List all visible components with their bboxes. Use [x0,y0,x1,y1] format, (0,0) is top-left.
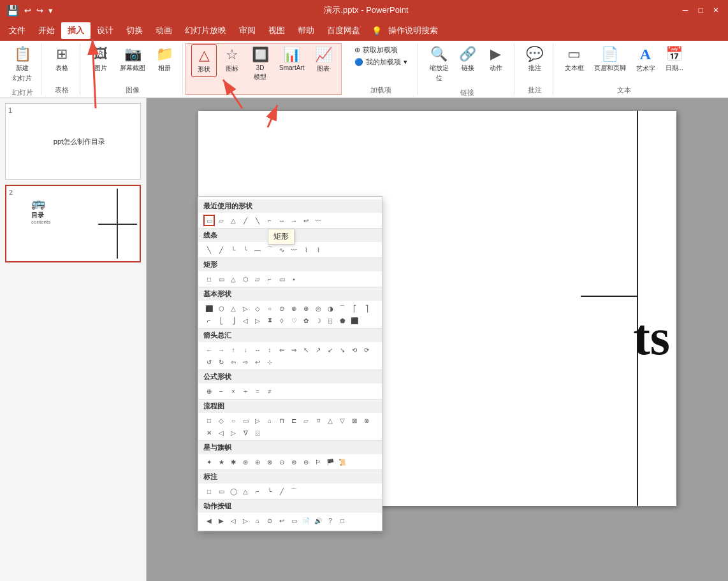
callout-rounded[interactable]: ▭ [215,485,227,497]
flow-x1[interactable]: ⊠ [349,415,360,426]
action-end[interactable]: ⊙ [264,515,275,526]
flag-black[interactable]: 🏴 [324,456,336,468]
arr-d[interactable]: ↓ [240,344,251,355]
shape-arrow-back[interactable]: ↩ [300,215,312,226]
action-doc[interactable]: 📄 [300,515,312,526]
ribbon-btn-icons[interactable]: ☆ 图标 [219,44,245,76]
arr-r[interactable]: → [215,344,227,355]
action-movie[interactable]: ▭ [288,515,300,526]
basic-arc[interactable]: ⌒ [337,303,348,314]
flow-la[interactable]: ◁ [215,427,227,438]
basic-halfcircle[interactable]: ◑ [324,303,336,314]
action-fwd[interactable]: ▶ [215,515,227,526]
slide-thumb-2[interactable]: 2 🚌 目录 contents [5,185,141,262]
basic-pluscircle[interactable]: ⊕ [300,303,312,314]
flag-white[interactable]: 🏳 [312,456,324,468]
star-7[interactable]: ⊛ [240,456,251,468]
formula-neq[interactable]: ≠ [264,385,275,397]
formula-div[interactable]: ÷ [240,385,251,397]
star-6[interactable]: ✱ [228,456,239,468]
ribbon-btn-new-slide[interactable]: 📋 新建 幻灯片 [9,43,36,85]
shape-rectangle[interactable]: ▭ [203,215,215,226]
ribbon-btn-smartart[interactable]: 📊 SmartArt [275,44,308,74]
rect-small[interactable]: ▪ [288,273,300,285]
ribbon-btn-album[interactable]: 📁 相册 [152,43,177,75]
minimize-icon[interactable]: ─ [680,4,691,16]
arr-dl[interactable]: ⇐ [276,344,288,355]
menu-transitions[interactable]: 切换 [120,22,149,39]
shape-line1[interactable]: ╱ [240,215,251,226]
ribbon-btn-chart[interactable]: 📈 图表 [310,44,336,76]
shape-parallelogram[interactable]: ▱ [215,215,227,226]
ribbon-btn-textbox[interactable]: ▭ 文本框 [561,43,588,75]
shape-bracket[interactable]: ⌐ [264,215,275,226]
line-wave[interactable]: ∿ [276,244,288,255]
arr-ccw[interactable]: ⟲ [349,344,360,355]
line-curve[interactable]: ╰ [240,244,251,255]
arr-ul[interactable]: ↖ [300,344,312,355]
action-return[interactable]: ↩ [276,515,288,526]
flow-prep[interactable]: ⊓ [276,415,288,426]
menu-review[interactable]: 审阅 [233,22,262,39]
star-12[interactable]: ⊙ [276,456,288,468]
basic-rtri[interactable]: ▷ [240,303,251,314]
formula-plus[interactable]: ⊕ [203,385,215,397]
flow-inv-tri[interactable]: ▽ [337,415,348,426]
ribbon-btn-date[interactable]: 📅 日期... [662,43,687,75]
undo-icon[interactable]: ↩ [24,6,31,15]
basic-lozenge[interactable]: ◊ [276,315,288,326]
action-last[interactable]: ▷ [240,515,251,526]
menu-home[interactable]: 开始 [32,22,61,39]
callout-corner[interactable]: ⌐ [252,485,263,497]
star-10[interactable]: ⊗ [264,456,275,468]
ribbon-btn-zoom[interactable]: 🔍 缩放定 位 [426,43,453,85]
basic-nb[interactable]: ⌐ [203,315,215,326]
basic-tri[interactable]: △ [228,303,239,314]
flow-ra[interactable]: ▷ [228,427,239,438]
callout-cloud[interactable]: △ [240,485,251,497]
line-straight[interactable]: ╲ [203,244,215,255]
action-back[interactable]: ◀ [203,515,215,526]
flow-card[interactable]: ⌻ [252,427,263,438]
redo-icon[interactable]: ↪ [36,6,43,15]
star-5[interactable]: ★ [215,456,227,468]
arr-cw[interactable]: ⟳ [361,344,372,355]
flow-tri[interactable]: △ [324,415,336,426]
menu-insert[interactable]: 插入 [61,22,91,39]
ribbon-btn-comment[interactable]: 💬 批注 [522,43,548,75]
basic-frame[interactable]: ⌻ [324,315,336,326]
basic-flower[interactable]: ✿ [300,315,312,326]
line-squiggle[interactable]: 〰 [288,244,300,255]
ribbon-btn-link[interactable]: 🔗 链接 [455,43,481,75]
menu-view[interactable]: 视图 [262,22,291,39]
basic-br[interactable]: ⎦ [228,315,239,326]
menu-help[interactable]: 帮助 [291,22,321,39]
slide-thumb-1[interactable]: 1 ppt怎么制作目录 [5,103,141,180]
arr-l[interactable]: ← [203,344,215,355]
rect-basic[interactable]: □ [203,273,215,285]
arr-ur[interactable]: ↗ [312,344,324,355]
ribbon-btn-3d[interactable]: 🔲 3D 模型 [247,44,273,84]
basic-xcircle[interactable]: ⊗ [288,303,300,314]
arr-br[interactable]: ⇨ [240,356,251,368]
formula-mult[interactable]: × [228,385,239,397]
shape-arrow-r[interactable]: → [288,215,300,226]
star-24[interactable]: ⊜ [300,456,312,468]
basic-dotcircle[interactable]: ⊙ [276,303,288,314]
shape-triangle[interactable]: △ [228,215,239,226]
callout-rect[interactable]: □ [203,485,215,497]
ribbon-btn-table[interactable]: ⊞ 表格 [49,43,75,75]
action-help[interactable]: ? [324,515,336,526]
menu-baidu[interactable]: 百度网盘 [321,22,367,39]
addon-my[interactable]: 🔵 我的加载项 ▾ [354,57,407,68]
ribbon-btn-wordart[interactable]: A 艺术字 [632,43,659,76]
flow-x2[interactable]: ⊗ [361,415,372,426]
arr-back[interactable]: ↺ [203,356,215,368]
flow-process[interactable]: ○ [228,415,239,426]
close-icon[interactable]: ✕ [710,4,722,16]
rect-snip[interactable]: △ [228,273,239,285]
action-sound[interactable]: 🔊 [312,515,324,526]
arr-ud[interactable]: ↕ [264,344,275,355]
addon-get[interactable]: ⊕ 获取加载项 [354,45,407,55]
basic-ra[interactable]: ▷ [252,315,263,326]
